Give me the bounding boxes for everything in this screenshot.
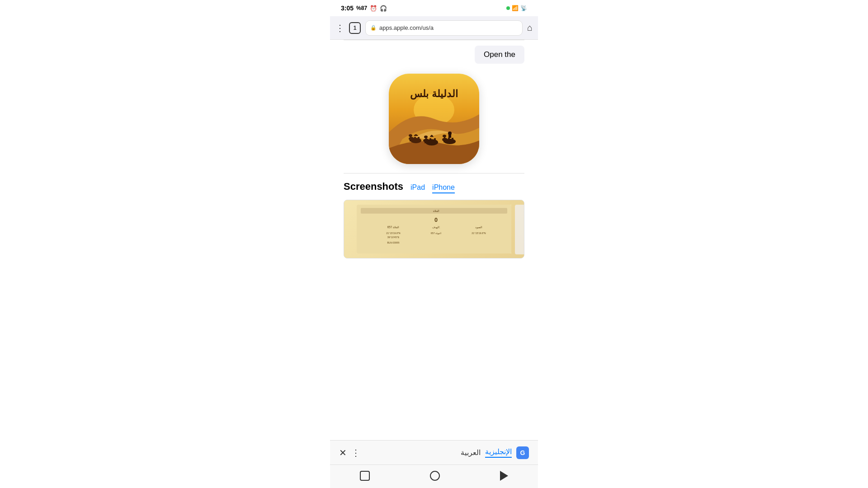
- screenshot-content: الفلاة 0 الفلاة 657 الهدف: العمود 21°15'…: [344, 200, 524, 258]
- status-bar: 3:05 %87 ⏰ 🎧 📶 📡: [330, 0, 538, 16]
- svg-point-22: [443, 135, 446, 137]
- app-icon-section: الدليلة بلس: [330, 69, 538, 173]
- language-arabic-button[interactable]: العربية: [461, 448, 481, 457]
- google-translate-button[interactable]: G: [516, 446, 529, 459]
- lock-icon: 🔒: [370, 25, 377, 31]
- alarm-icon: ⏰: [370, 5, 377, 12]
- headphone-icon: 🎧: [380, 5, 387, 12]
- svg-rect-10: [429, 138, 431, 144]
- svg-rect-17: [448, 138, 450, 143]
- screenshots-title: Screenshots: [344, 181, 403, 192]
- svg-text:21°15'19.8"N: 21°15'19.8"N: [386, 232, 401, 235]
- svg-point-15: [424, 136, 428, 138]
- open-the-section: Open the: [330, 40, 538, 69]
- svg-text:21°15'19.8"N: 21°15'19.8"N: [472, 232, 486, 235]
- svg-text:BLN:03955: BLN:03955: [387, 241, 400, 244]
- nav-back-button[interactable]: [500, 471, 508, 481]
- screenshots-section: Screenshots iPad iPhone الفلاة 0: [330, 174, 538, 263]
- language-english-button[interactable]: الإنجليزية: [485, 447, 512, 458]
- browser-bar: ⋮ 1 🔒 apps.apple.com/us/a ⌂: [330, 16, 538, 40]
- svg-rect-24: [448, 134, 451, 138]
- nav-bar: [330, 465, 538, 488]
- app-icon[interactable]: الدليلة بلس: [389, 74, 479, 164]
- svg-text:الفلاة 657: الفلاة 657: [387, 225, 399, 229]
- svg-point-8: [409, 134, 412, 137]
- home-button[interactable]: ⌂: [527, 23, 533, 33]
- svg-text:الدليلة بلس: الدليلة بلس: [410, 88, 458, 100]
- svg-text:0: 0: [434, 217, 438, 223]
- svg-text:الفلاة: الفلاة: [433, 209, 439, 212]
- svg-text:39°10'45"E: 39°10'45"E: [387, 236, 400, 239]
- more-options-button[interactable]: ⋮: [351, 447, 360, 458]
- bottom-toolbar: ✕ ⋮ العربية الإنجليزية G: [330, 440, 538, 465]
- svg-rect-11: [434, 138, 436, 144]
- small-screen-overlay: [515, 205, 524, 254]
- screenshots-header: Screenshots iPad iPhone: [344, 181, 524, 193]
- browser-menu-button[interactable]: ⋮: [335, 23, 344, 33]
- svg-rect-4: [418, 137, 420, 142]
- url-bar[interactable]: 🔒 apps.apple.com/us/a: [365, 20, 523, 36]
- tab-count-badge[interactable]: 1: [349, 22, 361, 34]
- svg-text:العمود: العمود: [475, 225, 482, 229]
- square-icon: [360, 471, 370, 481]
- svg-rect-18: [452, 138, 453, 143]
- content-area: Open the: [330, 40, 538, 440]
- signal-icon: 📡: [520, 5, 527, 11]
- status-time: 3:05: [341, 5, 354, 12]
- status-right: 📶 📡: [506, 5, 527, 11]
- svg-rect-3: [414, 137, 416, 142]
- svg-text:الهدف:: الهدف:: [432, 225, 440, 229]
- circle-icon: [430, 471, 440, 481]
- svg-text:المهلة 657: المهلة 657: [431, 232, 441, 235]
- tab-ipad[interactable]: iPad: [410, 183, 425, 192]
- url-text: apps.apple.com/us/a: [379, 24, 518, 31]
- close-translation-button[interactable]: ✕: [339, 447, 347, 458]
- network-dot: [506, 6, 510, 10]
- phone-frame: 3:05 %87 ⏰ 🎧 📶 📡 ⋮ 1 🔒 apps.apple.com/us…: [330, 0, 538, 488]
- wifi-icon: 📶: [512, 5, 519, 11]
- nav-home-button[interactable]: [430, 471, 440, 481]
- open-the-button[interactable]: Open the: [475, 46, 524, 64]
- status-battery: %87: [356, 5, 367, 11]
- status-left: 3:05 %87 ⏰ 🎧: [341, 5, 387, 12]
- tab-iphone[interactable]: iPhone: [432, 183, 455, 193]
- nav-square-button[interactable]: [360, 471, 370, 481]
- play-icon: [500, 471, 508, 481]
- screenshot-preview[interactable]: الفلاة 0 الفلاة 657 الهدف: العمود 21°15'…: [344, 200, 524, 258]
